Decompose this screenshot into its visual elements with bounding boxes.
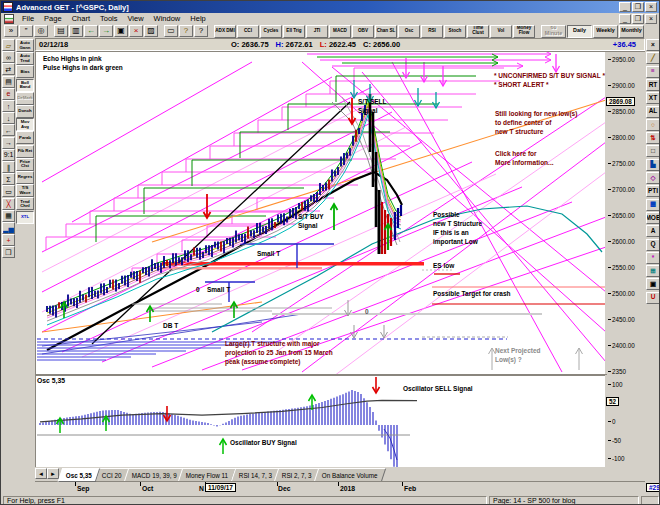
left-study-fib-ret[interactable]: Fib Ret [16,145,34,158]
tab-money-flow-11[interactable]: Money Flow 11 [178,468,237,482]
menu-page[interactable]: Page [39,14,67,23]
paste-icon[interactable]: ▨ [144,25,158,37]
tab-rsi-2-7-3[interactable]: RSI 2, 7, 3 [274,468,320,482]
menu-chart[interactable]: Chart [67,14,95,23]
menu-file[interactable]: File [17,14,39,23]
study-button-money-flow[interactable]: Money Flow [513,25,535,38]
tb-icon[interactable]: ▂▅ [2,222,15,234]
expand-icon[interactable]: ∥ [2,161,15,173]
study-button-jti[interactable]: JTI [306,25,328,38]
undo-icon[interactable]: U [646,292,660,304]
close-button[interactable]: × [645,2,657,12]
delete-icon[interactable]: × [129,25,143,37]
mdi-minimize-button[interactable]: _ [619,14,631,24]
left-study-boll-band[interactable]: Boll Band [16,79,34,92]
study-button-adx-dmi[interactable]: ADX DMI [214,25,236,38]
binoculars-icon[interactable]: ∞ [2,51,15,63]
tab-scroll-right[interactable]: ► [47,468,59,479]
study-button-cci[interactable]: CCI [237,25,259,38]
mdi-restore-button[interactable]: ❒ [632,14,644,24]
open-chart-icon[interactable]: ▱ [2,39,15,51]
odd-reset-icon[interactable]: ⇄ [2,63,15,75]
new-chart-icon[interactable]: ▤ [54,25,68,37]
tab-osc-5-35[interactable]: Osc 5,35 [58,468,100,482]
left-study-price-clst[interactable]: Price Clst [16,158,34,171]
study-button-stoch[interactable]: Stoch [444,25,466,38]
matrix-icon[interactable]: ⊞ [646,265,660,277]
down-arrow-icon[interactable]: ↓ [2,112,15,124]
period-button-daily[interactable]: Daily [567,25,592,38]
study-button-obv[interactable]: OBV [352,25,374,38]
right-arrow-icon[interactable]: → [2,137,15,149]
left-study-t-s-wave[interactable]: T/S Wave [16,184,34,197]
grid-icon[interactable]: ▦ [646,199,660,211]
up-arrow-icon[interactable]: ↑ [2,100,15,112]
left-study-auto-gann[interactable]: Auto Gann [16,39,34,52]
period-button-weekly[interactable]: Weekly [593,25,618,38]
left-arrow-icon[interactable]: ← [2,124,15,136]
context-help-icon[interactable]: ? [194,25,208,37]
menu-window[interactable]: Window [149,14,186,23]
study-button-chan-sl[interactable]: Chan SL [375,25,397,38]
study-button-macd[interactable]: MACD [329,25,351,38]
left-study-parab[interactable]: Parab [16,131,34,144]
menu-tools[interactable]: Tools [95,14,123,23]
copy-icon[interactable]: ▣ [114,25,128,37]
arrows-icon[interactable]: ⇅ [646,132,660,144]
tab-macd-19-39-9[interactable]: MACD 19, 39, 9 [123,468,184,482]
fib-ext-icon[interactable]: XT [646,92,660,104]
next-icon[interactable]: → [99,25,113,37]
box-icon[interactable]: □ [646,145,660,157]
fib-alt-icon[interactable]: AL [646,106,660,118]
menu-view[interactable]: View [122,14,148,23]
gann-icon[interactable]: ▦ [2,210,15,222]
tab-rsi-14-7-3[interactable]: RSI 14, 7, 3 [230,468,280,482]
left-study-regres[interactable]: Regres [16,171,34,184]
maximize-button[interactable]: ❒ [632,2,644,12]
study-button-cycles[interactable]: Cycles [260,25,282,38]
crosshair-icon[interactable]: + [2,234,15,246]
marquee-icon[interactable]: ▭ [2,185,15,197]
left-study-mov-avg[interactable]: Mov Avg [16,118,34,131]
left-study-trnd-chnl[interactable]: Trnd Chnl [16,197,34,210]
pencil-icon[interactable]: ╱ [646,52,660,64]
menu-help[interactable]: Help [185,14,210,23]
left-study-auto-trnd[interactable]: Auto Trnd [16,52,34,65]
prev-icon[interactable]: ← [84,25,98,37]
ellipse-icon[interactable]: ○ [646,119,660,131]
print-icon[interactable]: ▭ [164,25,178,37]
left-study-xtl[interactable]: XTL [16,211,34,224]
zoom-icon[interactable]: Q [646,239,660,251]
open-layout-icon[interactable]: ▥ [69,25,83,37]
price-axis[interactable]: 2950.002900.002850.002800.002750.002700.… [605,51,645,374]
ratio-icon[interactable]: 9:1 [2,149,15,161]
left-study-demark[interactable]: DeMark [16,92,34,105]
study-icon[interactable]: ▤ [2,76,15,88]
bars-icon[interactable]: ▙ [646,159,660,171]
fib-ret-icon[interactable]: RT [646,79,660,91]
study-button-time-clust[interactable]: Time Clust [467,25,489,38]
search-icon[interactable]: ◎ [34,25,48,37]
copy-page-icon[interactable]: ▣ [646,278,660,290]
study-button-ell-trig[interactable]: Ell Trig [283,25,305,38]
mob-icon[interactable]: MOB [646,212,660,224]
period-button-monthly[interactable]: Monthly [619,25,644,38]
pointer-icon[interactable]: » [4,25,18,37]
help-icon[interactable]: ? [179,25,193,37]
period-button-60-minute[interactable]: 60 Minute [541,25,566,38]
close-panel-icon[interactable]: × [646,39,660,51]
left-study-bias[interactable]: Bias [16,65,34,78]
date-axis[interactable]: SepOctNDec2018Feb11/09/17#2937 [35,481,645,496]
lines-icon[interactable]: ╳ [2,198,15,210]
stats-icon[interactable]: Σ [2,173,15,185]
mdi-close-button[interactable]: × [645,14,657,24]
oscillator-panel[interactable] [35,375,607,469]
tab-scroll-left[interactable]: ◄ [35,468,47,479]
study-button-vol[interactable]: Vol [490,25,512,38]
left-study-donch[interactable]: Donch [16,105,34,118]
elliott-icon[interactable]: e [2,88,15,100]
oscillator-axis[interactable]: 1000-50-10052 [605,375,645,467]
chart-window-icon[interactable] [4,14,14,24]
quotes-icon[interactable]: ” [19,25,33,37]
trendlines-icon[interactable]: ≡ [646,66,660,78]
